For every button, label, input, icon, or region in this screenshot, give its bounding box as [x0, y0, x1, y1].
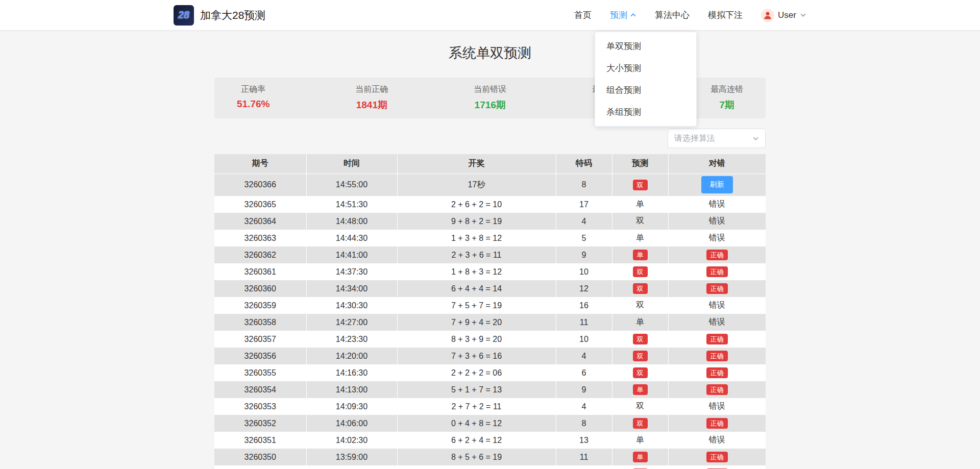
filter-row: 请选择算法	[214, 129, 766, 148]
time-cell: 14:06:00	[306, 415, 397, 432]
result-wrong-text: 错误	[709, 200, 725, 208]
result-cell: 错误	[668, 196, 766, 213]
draw-cell: 7 + 5 + 7 = 19	[397, 297, 556, 314]
period-cell: 3260360	[214, 280, 306, 297]
special-cell: 17	[556, 196, 612, 213]
special-cell: 5	[556, 230, 612, 246]
time-cell: 13:55:30	[306, 465, 397, 469]
prediction-cell: 双	[612, 297, 668, 314]
result-correct-badge: 正确	[706, 334, 728, 344]
prediction-table: 期号 时间 开奖 特码 预测 对错 326036614:55:0017秒8双刷新…	[214, 154, 766, 469]
special-cell: 9	[556, 381, 612, 398]
nav-item-home[interactable]: 首页	[574, 9, 592, 21]
time-cell: 14:34:00	[306, 280, 397, 297]
table-row: 326035614:20:007 + 3 + 6 = 164双正确	[214, 348, 766, 364]
prediction-cell: 双	[612, 174, 668, 196]
result-cell: 正确	[668, 280, 766, 297]
nav-item-algorithm-center[interactable]: 算法中心	[655, 9, 690, 21]
draw-cell: 6 + 4 + 4 = 14	[397, 280, 556, 297]
algorithm-select[interactable]: 请选择算法	[668, 129, 766, 148]
special-cell: 8	[556, 174, 612, 196]
refresh-button[interactable]: 刷新	[701, 176, 733, 193]
nav-item-simulated-betting[interactable]: 模拟下注	[708, 9, 743, 21]
table-row: 326034913:55:306 + 5 + 6 = 175单正确	[214, 465, 766, 469]
dropdown-item[interactable]: 单双预测	[595, 35, 696, 57]
prediction-badge: 双	[633, 334, 648, 344]
header-result: 对错	[668, 154, 766, 174]
time-cell: 14:41:00	[306, 246, 397, 263]
header-pred: 预测	[612, 154, 668, 174]
draw-cell: 2 + 7 + 2 = 11	[397, 398, 556, 415]
result-cell: 正确	[668, 348, 766, 364]
result-wrong-text: 错误	[709, 233, 725, 242]
result-correct-badge: 正确	[706, 250, 728, 260]
prediction-badge: 双	[633, 180, 648, 190]
dropdown-item[interactable]: 杀组预测	[595, 101, 696, 123]
prediction-badge: 双	[633, 266, 648, 277]
result-cell: 错误	[668, 230, 766, 246]
special-cell: 4	[556, 398, 612, 415]
result-cell: 正确	[668, 246, 766, 263]
stat-current-wrong: 当前错误1716期	[474, 84, 506, 112]
prediction-cell: 单	[612, 246, 668, 263]
result-cell: 正确	[668, 331, 766, 348]
stat-value: 51.76%	[237, 98, 270, 110]
special-cell: 12	[556, 280, 612, 297]
table-row: 326036414:48:009 + 8 + 2 = 194双错误	[214, 213, 766, 230]
special-cell: 10	[556, 263, 612, 280]
period-cell: 3260350	[214, 449, 306, 465]
time-cell: 14:48:00	[306, 213, 397, 230]
result-wrong-text: 错误	[709, 216, 725, 225]
period-cell: 3260351	[214, 432, 306, 449]
period-cell: 3260357	[214, 331, 306, 348]
user-menu[interactable]: User	[761, 9, 806, 22]
prediction-text: 双	[636, 216, 644, 225]
special-cell: 11	[556, 314, 612, 331]
stat-value: 1716期	[474, 98, 506, 112]
result-correct-badge: 正确	[706, 367, 728, 378]
dropdown-item[interactable]: 组合预测	[595, 79, 696, 101]
result-cell: 错误	[668, 297, 766, 314]
time-cell: 14:37:30	[306, 263, 397, 280]
table-header-row: 期号 时间 开奖 特码 预测 对错	[214, 154, 766, 174]
result-cell: 正确	[668, 364, 766, 381]
nav-item-prediction[interactable]: 预测单双预测大小预测组合预测杀组预测	[610, 9, 636, 21]
brand-logo-text: 28	[178, 9, 189, 21]
table-row: 326036614:55:0017秒8双刷新	[214, 174, 766, 196]
prediction-cell: 双	[612, 263, 668, 280]
result-correct-badge: 正确	[706, 351, 728, 361]
prediction-badge: 单	[633, 384, 648, 395]
prediction-cell: 双	[612, 364, 668, 381]
draw-cell: 1 + 8 + 3 = 12	[397, 263, 556, 280]
dropdown-item[interactable]: 大小预测	[595, 57, 696, 79]
special-cell: 8	[556, 415, 612, 432]
result-cell: 错误	[668, 213, 766, 230]
time-cell: 14:09:30	[306, 398, 397, 415]
brand-title: 加拿大28预测	[200, 8, 265, 22]
period-cell: 3260358	[214, 314, 306, 331]
result-cell: 错误	[668, 314, 766, 331]
prediction-text: 双	[636, 402, 644, 410]
table-row: 326036314:44:301 + 3 + 8 = 125单错误	[214, 230, 766, 246]
prediction-text: 单	[636, 435, 644, 444]
period-cell: 3260352	[214, 415, 306, 432]
result-correct-badge: 正确	[706, 266, 728, 277]
table-row: 326035814:27:007 + 9 + 4 = 2011单错误	[214, 314, 766, 331]
prediction-text: 单	[636, 317, 644, 326]
period-cell: 3260353	[214, 398, 306, 415]
period-cell: 3260365	[214, 196, 306, 213]
prediction-cell: 单	[612, 432, 668, 449]
time-cell: 13:59:00	[306, 449, 397, 465]
stat-value: 7期	[710, 98, 743, 112]
result-cell: 错误	[668, 432, 766, 449]
nav-menu: 首页预测单双预测大小预测组合预测杀组预测算法中心模拟下注 User	[574, 9, 806, 22]
table-row: 326035013:59:008 + 5 + 6 = 1911单正确	[214, 449, 766, 465]
period-cell: 3260349	[214, 465, 306, 469]
special-cell: 11	[556, 449, 612, 465]
draw-cell: 17秒	[397, 174, 556, 196]
stat-label: 最高连错	[710, 84, 743, 95]
period-cell: 3260354	[214, 381, 306, 398]
prediction-cell: 单	[612, 449, 668, 465]
draw-cell: 7 + 9 + 4 = 20	[397, 314, 556, 331]
prediction-cell: 双	[612, 280, 668, 297]
